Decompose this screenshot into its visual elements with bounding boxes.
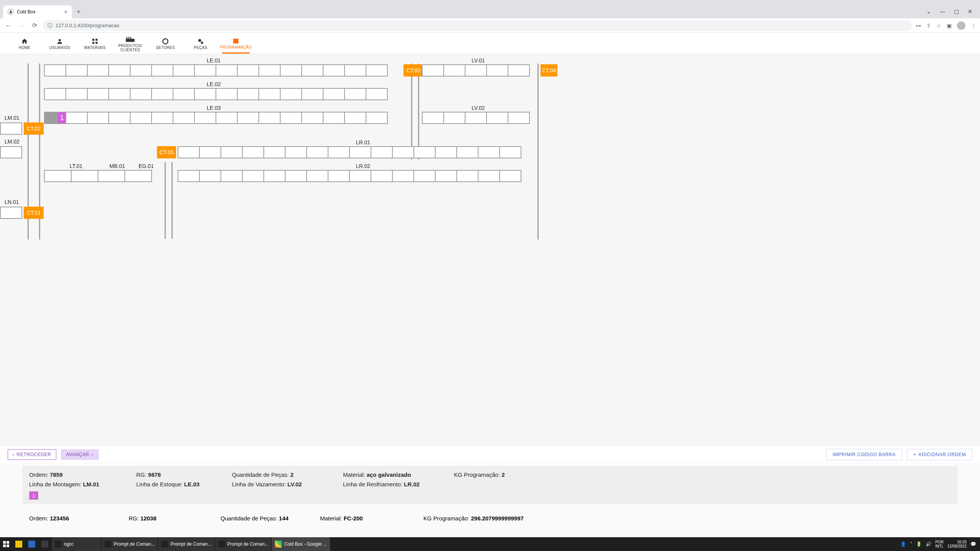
slot[interactable]: [216, 88, 238, 100]
slot[interactable]: [435, 170, 457, 182]
ct03[interactable]: CT.03: [403, 64, 423, 77]
slot[interactable]: [44, 88, 66, 100]
slot[interactable]: [328, 170, 350, 182]
slot[interactable]: [263, 146, 286, 158]
nav-pecas[interactable]: PEÇAS: [183, 37, 218, 50]
share-icon[interactable]: ⇪: [926, 23, 931, 29]
slot[interactable]: [306, 146, 328, 158]
nav-programacao[interactable]: PROGRAMAÇÃO: [218, 37, 253, 51]
order-card[interactable]: Ordem: 7859 RG: 9878 Quantidade de Peças…: [22, 466, 958, 504]
browser-tab[interactable]: A Cold Box ×: [3, 5, 72, 18]
avancar-button[interactable]: AVANÇAR ›: [61, 449, 99, 460]
slot[interactable]: [199, 170, 221, 182]
ct02[interactable]: CT.02: [24, 122, 44, 135]
slot[interactable]: [237, 64, 259, 77]
ct01[interactable]: CT.01: [24, 207, 44, 219]
panel-icon[interactable]: ▣: [947, 23, 952, 29]
close-window-icon[interactable]: ✕: [965, 8, 975, 15]
slot[interactable]: [508, 112, 530, 124]
slot[interactable]: [499, 170, 521, 182]
nav-home[interactable]: HOME: [7, 37, 42, 50]
nav-produtos[interactable]: PRODUTOS/ CLIENTES: [113, 35, 148, 52]
menu-icon[interactable]: ⋮: [971, 23, 976, 29]
slot[interactable]: [151, 112, 173, 124]
slot[interactable]: [216, 112, 238, 124]
slot[interactable]: [392, 170, 414, 182]
slot-eg[interactable]: [124, 170, 152, 182]
slot-lm02[interactable]: [0, 146, 22, 158]
slot[interactable]: [323, 112, 345, 124]
chevron-down-icon[interactable]: ⌄: [923, 8, 934, 15]
slot[interactable]: [456, 146, 479, 158]
slot[interactable]: [199, 146, 221, 158]
slot[interactable]: [237, 88, 259, 100]
new-tab-button[interactable]: +: [77, 8, 81, 18]
back-button[interactable]: ←: [4, 22, 13, 29]
slot-ln01[interactable]: [0, 207, 22, 219]
slot[interactable]: [108, 112, 131, 124]
slot-mb[interactable]: [98, 170, 125, 182]
slot[interactable]: [130, 112, 152, 124]
maximize-icon[interactable]: ▢: [951, 8, 962, 15]
ct04[interactable]: CT.04: [541, 64, 557, 77]
ct05[interactable]: CT.05: [157, 146, 176, 158]
slot[interactable]: [285, 146, 307, 158]
nav-materiais[interactable]: MATERIAIS: [77, 37, 113, 50]
slot[interactable]: [323, 64, 345, 77]
slot[interactable]: [280, 88, 302, 100]
slot[interactable]: [486, 64, 508, 77]
slot[interactable]: [173, 88, 195, 100]
slot[interactable]: [65, 112, 88, 124]
slot[interactable]: [344, 88, 366, 100]
slot[interactable]: [173, 112, 195, 124]
slot[interactable]: [443, 64, 466, 77]
slot[interactable]: [422, 64, 444, 77]
reload-button[interactable]: ⟳: [30, 22, 39, 29]
slot[interactable]: [508, 64, 530, 77]
slot[interactable]: [465, 112, 487, 124]
slot[interactable]: [371, 146, 393, 158]
slot[interactable]: [242, 170, 264, 182]
adicionar-button[interactable]: + ADICIONAR ORDEM: [907, 449, 972, 460]
slot-lm01[interactable]: [0, 122, 22, 135]
slot-lt[interactable]: [71, 170, 98, 182]
slot[interactable]: [443, 112, 466, 124]
imprimir-button[interactable]: IMPRIMIR CODIGO BARRA: [826, 449, 902, 460]
address-bar[interactable]: ⓘ 127.0.0.1:4200/programacao: [43, 20, 912, 31]
slot[interactable]: [194, 88, 216, 100]
slot[interactable]: [178, 170, 200, 182]
slot[interactable]: [422, 112, 444, 124]
slot[interactable]: [349, 170, 371, 182]
slot[interactable]: [301, 112, 323, 124]
slot[interactable]: [151, 64, 173, 77]
slot[interactable]: [306, 170, 328, 182]
slot[interactable]: [328, 146, 350, 158]
slot[interactable]: [465, 64, 487, 77]
slot[interactable]: [237, 112, 259, 124]
slot[interactable]: [220, 170, 243, 182]
slot[interactable]: [87, 64, 109, 77]
close-tab-icon[interactable]: ×: [64, 9, 67, 15]
order-card[interactable]: Ordem: 123456 RG: 12038 Quantidade de Pe…: [22, 510, 958, 522]
slot[interactable]: [392, 146, 414, 158]
slot[interactable]: [216, 64, 238, 77]
slot[interactable]: [366, 88, 388, 100]
slot[interactable]: [413, 146, 436, 158]
slot[interactable]: [220, 146, 243, 158]
slot[interactable]: [366, 112, 388, 124]
slot[interactable]: [178, 146, 200, 158]
slot[interactable]: [344, 112, 366, 124]
slot-filled[interactable]: 1: [44, 112, 66, 124]
slot[interactable]: [349, 146, 371, 158]
slot[interactable]: [65, 88, 88, 100]
slot[interactable]: [285, 170, 307, 182]
slot[interactable]: [280, 112, 302, 124]
slot[interactable]: [263, 170, 286, 182]
slot[interactable]: [130, 64, 152, 77]
nav-setores[interactable]: SETORES: [148, 37, 183, 50]
slot-lt[interactable]: [44, 170, 72, 182]
key-icon[interactable]: ⊶: [916, 23, 921, 29]
slot[interactable]: [87, 88, 109, 100]
slot[interactable]: [194, 64, 216, 77]
slot[interactable]: [87, 112, 109, 124]
